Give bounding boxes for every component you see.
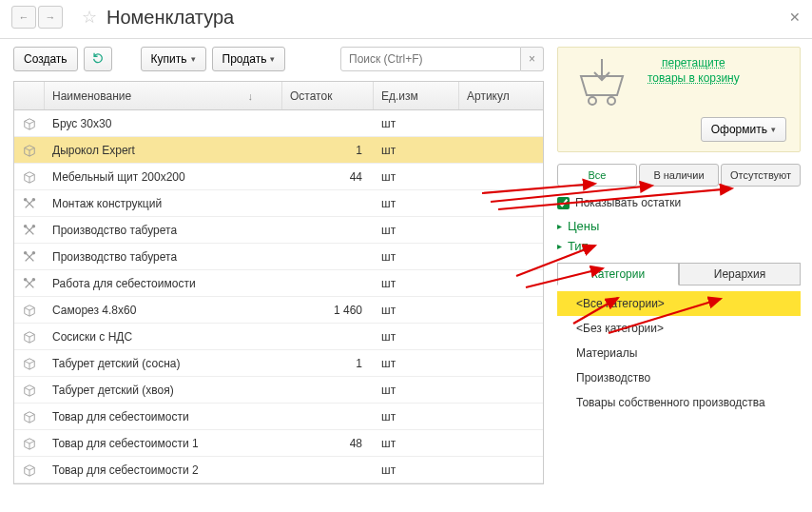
cell-unit: шт (374, 144, 459, 157)
svg-point-5 (32, 250, 36, 254)
refresh-button[interactable] (84, 47, 112, 71)
page-title: Номенклатура (106, 7, 789, 29)
col-rest[interactable]: Остаток (282, 82, 374, 109)
cell-name: Брус 30х30 (45, 117, 282, 130)
category-item[interactable]: Товары собственного производства (557, 390, 801, 415)
caret-down-icon: ▾ (771, 125, 776, 134)
arrow-right-icon: → (46, 11, 56, 23)
sell-button[interactable]: Продать▾ (212, 47, 286, 71)
table-row[interactable]: Дырокол Expert1шт (14, 137, 543, 164)
cell-name: Производство табурета (45, 250, 282, 264)
category-item[interactable]: <Все категории> (557, 291, 801, 316)
show-rest-checkbox[interactable] (557, 197, 570, 209)
cart-dropzone[interactable]: перетащите товары в корзину Оформить▾ (557, 47, 801, 152)
cell-rest: 1 460 (282, 304, 374, 317)
cell-unit: шт (374, 463, 459, 477)
table-row[interactable]: Работа для себестоимостишт (14, 270, 543, 297)
box-icon (14, 410, 45, 423)
section-type[interactable]: ▸Тип (557, 239, 801, 253)
col-icon[interactable] (14, 82, 45, 109)
cell-rest: 1 (282, 144, 374, 157)
goods-table: Наименование Остаток Ед.изм Артикул Брус… (13, 81, 544, 484)
svg-point-2 (24, 224, 28, 227)
cell-unit: шт (374, 304, 459, 317)
table-row[interactable]: Брус 30х30шт (14, 110, 543, 137)
section-prices[interactable]: ▸Цены (557, 219, 801, 233)
table-row[interactable]: Монтаж конструкцийшт (14, 190, 543, 217)
svg-point-9 (608, 97, 615, 105)
table-row[interactable]: Саморез 4.8х601 460шт (14, 297, 543, 324)
table-row[interactable]: Товар для себестоимости 148шт (14, 430, 543, 457)
buy-button[interactable]: Купить▾ (141, 47, 206, 71)
search-input[interactable] (340, 47, 521, 71)
cell-name: Работа для себестоимости (45, 277, 282, 290)
nav-back-button[interactable]: ← (11, 6, 36, 29)
box-icon (14, 170, 45, 184)
cart-hint-line1[interactable]: перетащите (648, 55, 740, 70)
cell-name: Дырокол Expert (45, 144, 282, 157)
tools-icon (14, 197, 45, 210)
cell-name: Табурет детский (хвоя) (45, 384, 282, 397)
cell-unit: шт (374, 197, 459, 210)
box-icon (14, 304, 45, 317)
tools-icon (14, 250, 45, 264)
table-row[interactable]: Товар для себестоимости 2шт (14, 457, 543, 483)
cell-name: Саморез 4.8х60 (45, 304, 282, 317)
nav-forward-button[interactable]: → (38, 6, 63, 29)
cell-unit: шт (374, 357, 459, 370)
category-item[interactable]: <Без категории> (557, 316, 801, 341)
cart-hint-line2[interactable]: товары в корзину (648, 70, 740, 86)
category-item[interactable]: Производство (557, 365, 801, 390)
cell-name: Монтаж конструкций (45, 197, 282, 210)
cell-name: Сосиски с НДС (45, 330, 282, 344)
filter-absent[interactable]: Отсутствуют (721, 164, 801, 187)
category-item[interactable]: Материалы (557, 341, 801, 365)
cell-rest: 48 (282, 437, 374, 450)
table-row[interactable]: Товар для себестоимостишт (14, 404, 543, 430)
tab-categories[interactable]: Категории (557, 263, 679, 286)
cell-name: Товар для себестоимости 2 (45, 463, 282, 477)
cell-unit: шт (374, 277, 459, 290)
tab-hierarchy[interactable]: Иерархия (679, 263, 801, 286)
cell-unit: шт (374, 250, 459, 264)
table-row[interactable]: Сосиски с НДСшт (14, 324, 543, 350)
arrow-left-icon: ← (19, 11, 29, 23)
tools-icon (14, 277, 45, 290)
cell-name: Мебельный щит 200x200 (45, 170, 282, 184)
box-icon (14, 144, 45, 157)
col-name[interactable]: Наименование (45, 82, 282, 109)
filter-in-stock[interactable]: В наличии (639, 164, 719, 187)
svg-point-7 (32, 277, 36, 281)
cell-name: Табурет детский (сосна) (45, 357, 282, 370)
box-icon (14, 357, 45, 370)
table-row[interactable]: Табурет детский (сосна)1шт (14, 350, 543, 377)
cell-name: Товар для себестоимости (45, 410, 282, 423)
col-article[interactable]: Артикул (459, 82, 543, 109)
svg-point-0 (24, 197, 28, 201)
svg-point-4 (24, 250, 28, 254)
table-row[interactable]: Производство табуреташт (14, 217, 543, 244)
svg-point-3 (32, 224, 36, 227)
box-icon (14, 330, 45, 344)
box-icon (14, 117, 45, 130)
caret-down-icon: ▾ (270, 54, 275, 64)
close-button[interactable]: ✕ (789, 10, 801, 25)
cell-unit: шт (374, 330, 459, 344)
tools-icon (14, 224, 45, 237)
svg-point-6 (24, 277, 28, 281)
star-icon[interactable]: ☆ (82, 7, 97, 28)
table-row[interactable]: Мебельный щит 200x20044шт (14, 164, 543, 190)
col-unit[interactable]: Ед.изм (374, 82, 459, 109)
box-icon (14, 463, 45, 477)
cell-unit: шт (374, 224, 459, 237)
checkout-button[interactable]: Оформить▾ (701, 117, 786, 142)
show-rest-label: Показывать остатки (575, 196, 681, 209)
filter-all[interactable]: Все (557, 164, 637, 187)
cell-rest: 44 (282, 170, 374, 184)
create-button[interactable]: Создать (13, 47, 78, 71)
table-row[interactable]: Табурет детский (хвоя)шт (14, 377, 543, 404)
search-clear-button[interactable]: × (521, 47, 544, 71)
table-row[interactable]: Производство табуреташт (14, 244, 543, 270)
svg-point-8 (589, 97, 596, 105)
refresh-icon (91, 51, 105, 68)
